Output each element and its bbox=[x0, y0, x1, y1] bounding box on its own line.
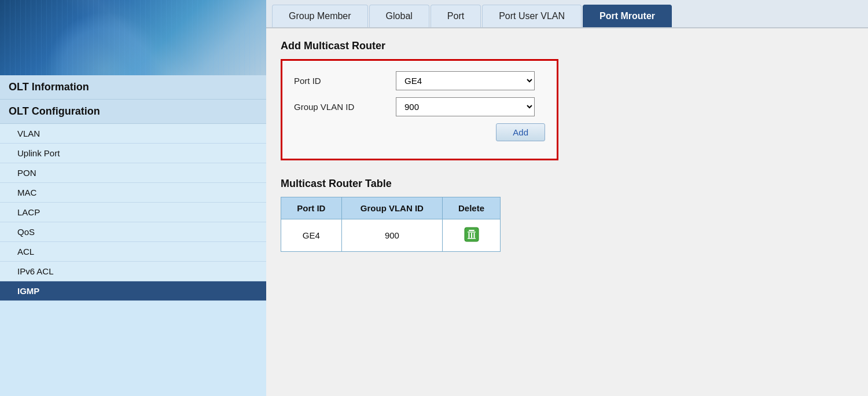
tab-port-user-vlan[interactable]: Port User VLAN bbox=[482, 5, 582, 27]
content-area: Add Multicast Router Port ID GE4 GE1 GE2… bbox=[266, 28, 868, 396]
svg-rect-2 bbox=[468, 232, 476, 233]
svg-rect-1 bbox=[469, 230, 475, 231]
tab-port-mrouter[interactable]: Port Mrouter bbox=[583, 5, 672, 27]
sidebar-banner-image bbox=[0, 0, 266, 75]
sidebar-nav: OLT Information OLT Configuration VLAN U… bbox=[0, 75, 266, 396]
sidebar-item-pon[interactable]: PON bbox=[0, 163, 266, 183]
col-delete: Delete bbox=[443, 197, 501, 219]
add-button-row: Add bbox=[294, 123, 545, 141]
add-multicast-router-title: Add Multicast Router bbox=[281, 40, 854, 52]
sidebar-item-uplink-port[interactable]: Uplink Port bbox=[0, 144, 266, 163]
table-row: GE4 900 bbox=[281, 219, 501, 252]
tab-group-member[interactable]: Group Member bbox=[272, 5, 368, 27]
svg-rect-4 bbox=[471, 233, 472, 238]
group-vlan-row: Group VLAN ID 900 100 200 300 bbox=[294, 97, 545, 116]
group-vlan-select[interactable]: 900 100 200 300 bbox=[396, 97, 535, 116]
tab-bar: Group Member Global Port Port User VLAN … bbox=[266, 0, 868, 28]
main-content: Group Member Global Port Port User VLAN … bbox=[266, 0, 868, 396]
svg-rect-3 bbox=[468, 233, 469, 238]
cell-delete bbox=[443, 219, 501, 252]
port-id-select[interactable]: GE4 GE1 GE2 GE3 bbox=[396, 71, 535, 90]
tab-global[interactable]: Global bbox=[369, 5, 429, 27]
svg-rect-5 bbox=[473, 233, 475, 238]
cell-group-vlan: 900 bbox=[341, 219, 442, 252]
sidebar-item-mac[interactable]: MAC bbox=[0, 183, 266, 203]
sidebar-item-acl[interactable]: ACL bbox=[0, 242, 266, 262]
col-port-id: Port ID bbox=[281, 197, 342, 219]
trash-icon bbox=[464, 226, 480, 243]
sidebar-header-olt-info[interactable]: OLT Information bbox=[0, 75, 266, 100]
group-vlan-label: Group VLAN ID bbox=[294, 102, 387, 112]
router-table: Port ID Group VLAN ID Delete GE4 900 bbox=[281, 197, 501, 252]
sidebar-item-lacp[interactable]: LACP bbox=[0, 203, 266, 222]
cell-port-id: GE4 bbox=[281, 219, 342, 252]
svg-rect-6 bbox=[468, 238, 476, 239]
sidebar-item-qos[interactable]: QoS bbox=[0, 222, 266, 242]
port-id-row: Port ID GE4 GE1 GE2 GE3 bbox=[294, 71, 545, 90]
add-multicast-router-form: Port ID GE4 GE1 GE2 GE3 Group VLAN ID 90… bbox=[281, 59, 558, 160]
sidebar-item-igmp[interactable]: IGMP bbox=[0, 281, 266, 301]
sidebar-header-olt-config[interactable]: OLT Configuration bbox=[0, 100, 266, 124]
col-group-vlan-id: Group VLAN ID bbox=[341, 197, 442, 219]
multicast-router-table-section: Multicast Router Table Port ID Group VLA… bbox=[281, 178, 854, 252]
sidebar-item-ipv6-acl[interactable]: IPv6 ACL bbox=[0, 262, 266, 281]
port-id-label: Port ID bbox=[294, 76, 387, 86]
sidebar: OLT Information OLT Configuration VLAN U… bbox=[0, 0, 266, 396]
add-button[interactable]: Add bbox=[496, 123, 545, 141]
sidebar-item-vlan[interactable]: VLAN bbox=[0, 124, 266, 144]
delete-button[interactable] bbox=[462, 225, 481, 245]
tab-port[interactable]: Port bbox=[431, 5, 481, 27]
multicast-router-table-title: Multicast Router Table bbox=[281, 178, 854, 190]
